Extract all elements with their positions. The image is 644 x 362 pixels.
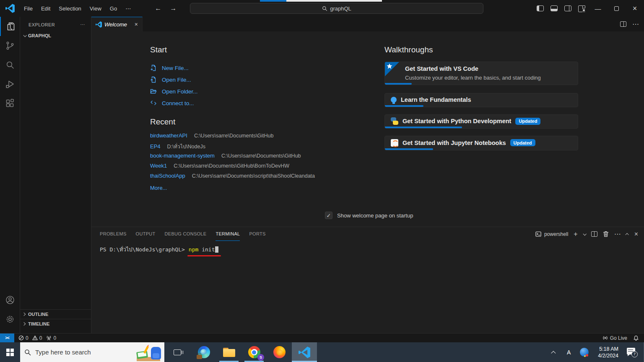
walkthrough-vscode[interactable]: Get Started with VS Code Customize your … [384, 62, 578, 85]
split-editor-icon[interactable] [620, 21, 626, 27]
walkthroughs-heading: Walkthroughs [384, 45, 578, 54]
menu-selection[interactable]: Selection [55, 4, 85, 13]
panel-tab-problems[interactable]: PROBLEMS [100, 227, 127, 241]
editor-more-actions-icon[interactable]: ⋯ [632, 20, 639, 28]
close-panel-icon[interactable]: × [634, 230, 638, 238]
taskbar-search[interactable] [20, 342, 164, 362]
sidebar-section-outline[interactable]: OUTLINE [20, 309, 91, 319]
split-terminal-icon[interactable] [591, 231, 597, 237]
connect-to-link[interactable]: Connect to... [150, 97, 326, 109]
notifications-bell-icon[interactable] [633, 335, 639, 341]
language-indicator[interactable]: A [567, 349, 571, 356]
command-center-search[interactable]: graphQL [190, 3, 483, 14]
maximize-panel-icon[interactable] [625, 233, 628, 236]
open-folder-link[interactable]: Open Folder... [150, 85, 326, 97]
progress-bar [385, 148, 433, 150]
source-control-icon[interactable] [0, 36, 20, 55]
notification-center-button[interactable]: 7 [627, 347, 638, 357]
new-file-link[interactable]: New File... [150, 62, 326, 74]
accounts-icon[interactable] [0, 290, 20, 310]
panel-tab-output[interactable]: OUTPUT [136, 227, 156, 241]
open-file-icon [150, 76, 157, 83]
task-view-button[interactable] [168, 342, 187, 362]
progress-bar [385, 105, 423, 107]
start-heading: Start [150, 45, 326, 54]
recent-more-link[interactable]: More... [150, 183, 385, 193]
show-hidden-icons-chevron[interactable] [551, 351, 556, 355]
customize-layout-icon[interactable] [578, 5, 585, 11]
recent-item: birdweatherAPI C:\Users\sarre\Documents\… [150, 132, 385, 142]
menu-go[interactable]: Go [106, 4, 121, 13]
recent-link[interactable]: thaiSchoolApp [150, 173, 185, 179]
search-icon [24, 349, 31, 356]
back-arrow-icon[interactable]: ← [155, 5, 161, 12]
sidebar-folder-graphql[interactable]: GRAPHQL [20, 31, 91, 40]
progress-bar [385, 127, 462, 128]
sidebar-more-icon[interactable]: ⋯ [80, 22, 85, 27]
vscode-logo-icon [5, 4, 15, 13]
startup-checkbox[interactable]: ✓ [325, 212, 332, 219]
python-icon [391, 117, 398, 125]
close-window-button[interactable]: × [626, 0, 644, 17]
sidebar-section-timeline[interactable]: TIMELINE [20, 319, 91, 328]
tray-app-icon[interactable] [580, 348, 589, 357]
search-sidebar-icon[interactable] [0, 55, 20, 75]
kill-terminal-trash-icon[interactable] [603, 231, 609, 237]
taskbar-search-input[interactable] [35, 349, 123, 356]
radio-tower-icon [46, 335, 52, 341]
open-file-link[interactable]: Open File... [150, 74, 326, 85]
terminal-content[interactable]: PS D:\ทั่วไป\NodeJs\graphQL>npm init [91, 241, 644, 254]
walkthrough-python[interactable]: Get Started with Python Development Upda… [384, 114, 578, 129]
broadcast-icon [602, 335, 608, 341]
taskbar-app-chrome[interactable]: S [242, 342, 267, 362]
startup-checkbox-label[interactable]: Show welcome page on startup [337, 212, 413, 219]
start-button[interactable] [0, 342, 20, 362]
recent-link[interactable]: EP4 [150, 143, 161, 150]
problems-status[interactable]: 0 0 [18, 335, 42, 341]
edge-icon [198, 346, 210, 358]
toggle-primary-sidebar-icon[interactable] [537, 5, 544, 11]
menu-view[interactable]: View [86, 4, 105, 13]
taskbar-app-firefox[interactable] [267, 342, 292, 362]
menu-file[interactable]: File [20, 4, 36, 13]
recent-link[interactable]: Week1 [150, 163, 167, 169]
new-terminal-icon[interactable]: + [574, 230, 577, 238]
panel-more-icon[interactable]: ⋯ [614, 230, 621, 238]
ports-status[interactable]: 0 [46, 335, 56, 341]
settings-gear-icon[interactable] [0, 310, 20, 329]
extensions-icon[interactable] [0, 94, 20, 113]
taskbar-app-file-explorer[interactable] [216, 342, 242, 362]
search-icon [322, 6, 327, 11]
explorer-icon[interactable] [0, 17, 20, 36]
run-debug-icon[interactable] [0, 75, 20, 94]
toggle-secondary-sidebar-icon[interactable] [564, 5, 571, 11]
toggle-panel-icon[interactable] [551, 5, 558, 11]
forward-arrow-icon[interactable]: → [170, 5, 177, 12]
panel-tab-ports[interactable]: PORTS [249, 227, 265, 241]
clock[interactable]: 5:18 AM 4/2/2024 [598, 346, 618, 359]
terminal-shell-chip[interactable]: powershell [535, 231, 568, 237]
restore-button[interactable] [607, 0, 626, 17]
panel-tab-terminal[interactable]: TERMINAL [216, 227, 240, 241]
menu-edit[interactable]: Edit [37, 4, 54, 13]
recent-link[interactable]: birdweatherAPI [150, 132, 187, 139]
tab-welcome[interactable]: Welcome × [91, 17, 143, 31]
minimize-button[interactable]: — [589, 0, 607, 17]
windows-taskbar: S A 5:18 AM 4/2/2024 7 [0, 342, 644, 362]
taskbar-app-vscode[interactable] [292, 342, 317, 362]
date: 4/2/2024 [598, 352, 618, 359]
menu-more-icon[interactable]: ⋯ [122, 4, 135, 13]
panel-tab-debug-console[interactable]: DEBUG CONSOLE [165, 227, 207, 241]
remote-indicator[interactable]: >< [0, 334, 14, 343]
terminal-dropdown-icon[interactable] [583, 232, 586, 235]
walkthrough-fundamentals[interactable]: Learn the Fundamentals [384, 93, 578, 107]
go-live-button[interactable]: Go Live [602, 335, 627, 341]
walkthrough-jupyter[interactable]: Get Started with Jupyter Notebooks Updat… [384, 136, 578, 150]
recent-item: Week1 C:\Users\sarre\Documents\GitHub\Bo… [150, 163, 385, 173]
terminal-prompt: PS D:\ทั่วไป\NodeJs\graphQL> [100, 246, 185, 253]
new-file-icon [150, 65, 157, 71]
chevron-right-icon [22, 322, 26, 326]
recent-link[interactable]: book-management-system [150, 153, 215, 159]
close-tab-icon[interactable]: × [135, 21, 138, 28]
taskbar-app-edge[interactable] [191, 342, 216, 362]
